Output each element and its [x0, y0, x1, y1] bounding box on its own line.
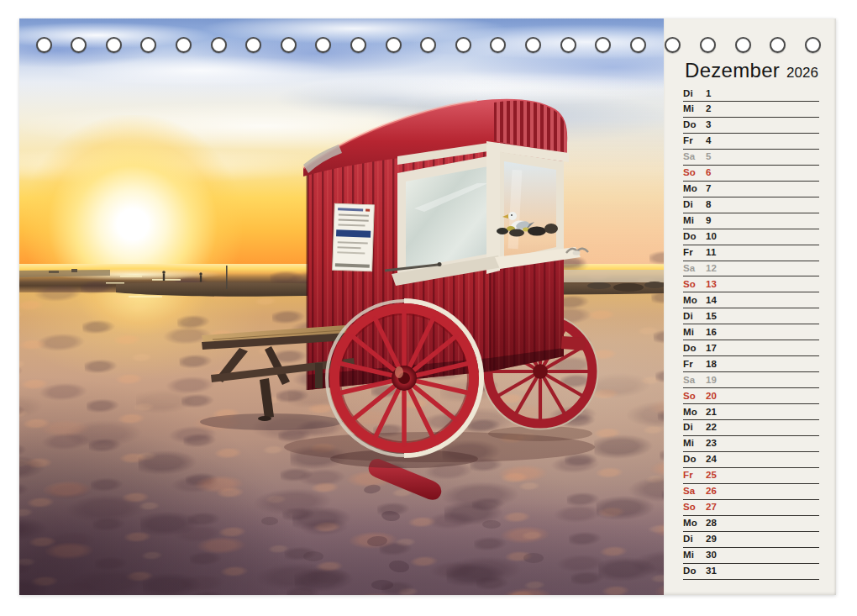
weekday-label: Do	[683, 566, 706, 577]
binding-hole	[420, 37, 436, 53]
day-number: 14	[706, 295, 717, 306]
weekday-label: Mo	[683, 518, 706, 529]
binding-hole	[735, 37, 751, 53]
binding-hole	[490, 37, 506, 53]
weekday-label: So	[683, 391, 706, 402]
binding-hole	[595, 37, 611, 53]
weekday-label: Di	[683, 199, 706, 210]
day-number: 7	[706, 183, 712, 194]
weekday-label: Fr	[683, 135, 706, 146]
calendar-page: { "calendar": { "month": "Dezember", "ye…	[0, 0, 857, 616]
day-number: 18	[706, 359, 717, 370]
weekday-label: So	[683, 279, 706, 290]
weekday-label: Sa	[683, 151, 706, 162]
day-number: 20	[706, 391, 717, 402]
beach-scene	[19, 18, 664, 595]
binding-hole	[245, 37, 261, 53]
binding-hole	[770, 37, 786, 53]
day-number: 27	[706, 502, 717, 513]
day-number: 29	[706, 534, 717, 545]
binding-hole	[106, 37, 122, 53]
day-number: 17	[706, 343, 717, 354]
day-number: 8	[706, 199, 712, 210]
weekday-label: Do	[683, 454, 706, 465]
weekday-label: Di	[683, 534, 706, 545]
weekday-label: Do	[683, 231, 706, 242]
binding-hole	[71, 37, 87, 53]
binding-hole	[176, 37, 192, 53]
weekday-label: Mi	[683, 550, 706, 561]
weekday-label: Di	[683, 311, 706, 322]
weekday-label: Mi	[683, 438, 706, 449]
day-number: 1	[706, 88, 712, 99]
weekday-label: Di	[683, 88, 706, 99]
weekday-label: Do	[683, 343, 706, 354]
binding-hole	[630, 37, 646, 53]
binding-hole	[805, 37, 821, 53]
day-number: 25	[706, 470, 717, 481]
day-number: 4	[706, 135, 712, 146]
day-number: 10	[706, 231, 717, 242]
day-number: 5	[706, 151, 712, 162]
day-number: 28	[706, 518, 717, 529]
day-number: 2	[706, 103, 712, 114]
day-number: 16	[706, 327, 717, 338]
weekday-label: Mi	[683, 103, 706, 114]
weekday-label: Fr	[683, 247, 706, 258]
day-number: 13	[706, 279, 717, 290]
binding-hole	[386, 37, 402, 53]
day-number: 6	[706, 167, 712, 178]
day-number: 23	[706, 438, 717, 449]
weekday-label: Mi	[683, 327, 706, 338]
weekday-label: Sa	[683, 263, 706, 274]
weekday-label: Mi	[683, 215, 706, 226]
binding-hole	[700, 37, 716, 53]
weekday-label: Sa	[683, 486, 706, 497]
day-number: 11	[706, 247, 717, 258]
binding-holes	[19, 18, 836, 72]
weekday-label: Fr	[683, 359, 706, 370]
binding-hole	[560, 37, 576, 53]
day-list: Di1Mi2Do3Fr4Sa5So6Mo7Di8Mi9Do10Fr11Sa12S…	[683, 18, 819, 595]
calendar-sheet: Dezember2026 Di1Mi2Do3Fr4Sa5So6Mo7Di8Mi9…	[19, 18, 836, 595]
binding-hole	[455, 37, 471, 53]
weekday-label: Sa	[683, 375, 706, 386]
distant-shore	[19, 269, 110, 277]
calendar-panel: Dezember2026 Di1Mi2Do3Fr4Sa5So6Mo7Di8Mi9…	[664, 18, 836, 595]
binding-hole	[525, 37, 541, 53]
weekday-label: So	[683, 167, 706, 178]
info-poster	[333, 203, 375, 271]
binding-hole	[36, 37, 52, 53]
day-number: 19	[706, 375, 717, 386]
day-number: 26	[706, 486, 717, 497]
day-number: 31	[706, 566, 717, 577]
day-number: 12	[706, 263, 717, 274]
day-number: 15	[706, 311, 717, 322]
weekday-label: Fr	[683, 470, 706, 481]
binding-hole	[211, 37, 227, 53]
footprints	[261, 484, 544, 590]
weekday-label: Mo	[683, 183, 706, 194]
day-number: 3	[706, 119, 712, 130]
beach-photo	[19, 18, 664, 595]
binding-hole	[315, 37, 331, 53]
calendar-day-row: Do31	[683, 561, 819, 580]
day-number: 9	[706, 215, 712, 226]
weekday-label: Mo	[683, 407, 706, 418]
binding-hole	[350, 37, 366, 53]
weekday-label: Mo	[683, 295, 706, 306]
binding-hole	[665, 37, 681, 53]
day-number: 30	[706, 550, 717, 561]
day-number: 21	[706, 407, 717, 418]
weekday-label: So	[683, 502, 706, 513]
day-number: 24	[706, 454, 717, 465]
binding-hole	[281, 37, 297, 53]
weekday-label: Do	[683, 119, 706, 130]
day-number: 22	[706, 422, 717, 433]
weekday-label: Di	[683, 422, 706, 433]
binding-hole	[140, 37, 156, 53]
